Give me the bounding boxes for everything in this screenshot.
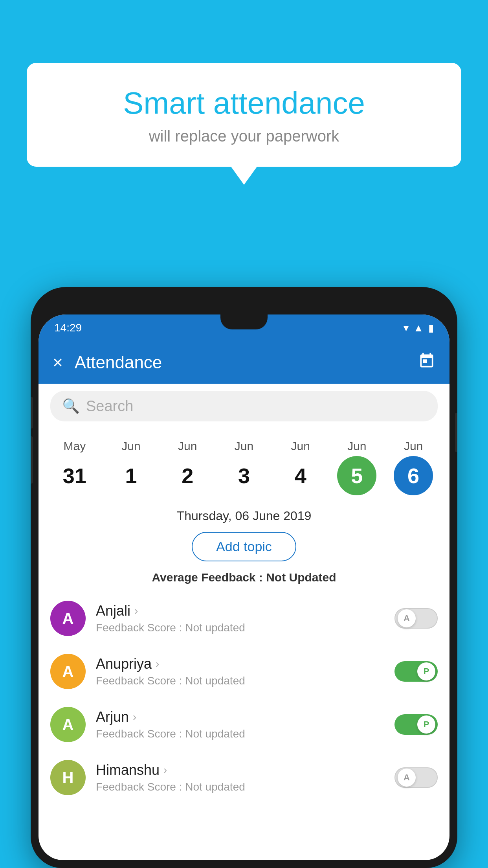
wifi-icon: ▾ [404, 322, 409, 334]
close-button[interactable]: × [53, 353, 63, 372]
signal-icon: ▲ [413, 322, 424, 334]
date-item-may31[interactable]: May 31 [51, 435, 98, 500]
app-bar-title: Attendance [75, 353, 406, 372]
toggle-knob: A [398, 609, 416, 627]
avatar: A [50, 601, 86, 636]
selected-date-label: Thursday, 06 June 2019 [39, 500, 449, 529]
toggle-on[interactable]: P [394, 714, 438, 735]
phone-frame: 14:29 ▾ ▲ ▮ × Attendance 🔍 Search [31, 287, 457, 868]
student-info: Himanshu › Feedback Score : Not updated [96, 762, 384, 793]
student-name: Himanshu › [96, 762, 384, 778]
volume-down-button [31, 436, 33, 484]
feedback-score: Feedback Score : Not updated [96, 675, 384, 687]
toggle-knob: P [417, 662, 435, 680]
toggle-knob: P [417, 715, 435, 734]
toggle-off[interactable]: A [394, 608, 438, 629]
feedback-score: Feedback Score : Not updated [96, 728, 384, 740]
student-name: Anjali › [96, 603, 384, 619]
list-item[interactable]: A Arjun › Feedback Score : Not updated P [46, 698, 442, 751]
search-placeholder: Search [86, 398, 133, 415]
toggle-on[interactable]: P [394, 661, 438, 682]
search-icon: 🔍 [62, 398, 80, 414]
student-info: Arjun › Feedback Score : Not updated [96, 709, 384, 740]
student-info: Anupriya › Feedback Score : Not updated [96, 656, 384, 687]
avatar: A [50, 654, 86, 689]
volume-up-button [31, 397, 33, 428]
phone-screen: 14:29 ▾ ▲ ▮ × Attendance 🔍 Search [39, 314, 449, 860]
feedback-score: Feedback Score : Not updated [96, 622, 384, 634]
toggle-knob: A [398, 769, 416, 787]
search-bar: 🔍 Search [39, 384, 449, 428]
date-item-jun1[interactable]: Jun 1 [108, 435, 155, 500]
date-item-jun4[interactable]: Jun 4 [277, 435, 324, 500]
bubble-title: Smart attendance [46, 86, 442, 120]
speech-bubble: Smart attendance will replace your paper… [27, 63, 461, 167]
attendance-toggle[interactable]: A [394, 767, 438, 788]
add-topic-wrap: Add topic [39, 529, 449, 568]
toggle-off[interactable]: A [394, 767, 438, 788]
status-icons: ▾ ▲ ▮ [404, 322, 434, 334]
chevron-right-icon: › [156, 658, 159, 670]
date-item-jun2[interactable]: Jun 2 [164, 435, 211, 500]
student-name: Arjun › [96, 709, 384, 725]
bubble-subtitle: will replace your paperwork [46, 127, 442, 145]
chevron-right-icon: › [134, 605, 138, 617]
chevron-right-icon: › [133, 711, 136, 723]
attendance-toggle[interactable]: A [394, 608, 438, 629]
list-item[interactable]: H Himanshu › Feedback Score : Not update… [46, 751, 442, 804]
avg-feedback: Average Feedback : Not Updated [39, 568, 449, 592]
date-item-jun3[interactable]: Jun 3 [220, 435, 268, 500]
feedback-score: Feedback Score : Not updated [96, 781, 384, 793]
date-item-jun5-today[interactable]: Jun 5 [333, 435, 380, 500]
power-button [455, 413, 457, 452]
student-list: A Anjali › Feedback Score : Not updated … [39, 592, 449, 804]
status-time: 14:29 [54, 322, 82, 334]
app-bar: × Attendance [39, 341, 449, 384]
attendance-toggle[interactable]: P [394, 661, 438, 682]
avatar: H [50, 760, 86, 795]
notch [220, 314, 268, 329]
add-topic-button[interactable]: Add topic [192, 532, 296, 561]
list-item[interactable]: A Anjali › Feedback Score : Not updated … [46, 592, 442, 645]
search-input-wrap[interactable]: 🔍 Search [50, 391, 438, 421]
student-name: Anupriya › [96, 656, 384, 672]
chevron-right-icon: › [163, 764, 167, 776]
avatar: A [50, 707, 86, 742]
attendance-toggle[interactable]: P [394, 714, 438, 735]
calendar-icon[interactable] [418, 352, 435, 373]
date-item-jun6-selected[interactable]: Jun 6 [390, 435, 437, 500]
list-item[interactable]: A Anupriya › Feedback Score : Not update… [46, 645, 442, 698]
date-strip: May 31 Jun 1 Jun 2 Jun 3 Jun 4 Jun 5 [39, 428, 449, 500]
student-info: Anjali › Feedback Score : Not updated [96, 603, 384, 634]
battery-icon: ▮ [428, 322, 434, 334]
